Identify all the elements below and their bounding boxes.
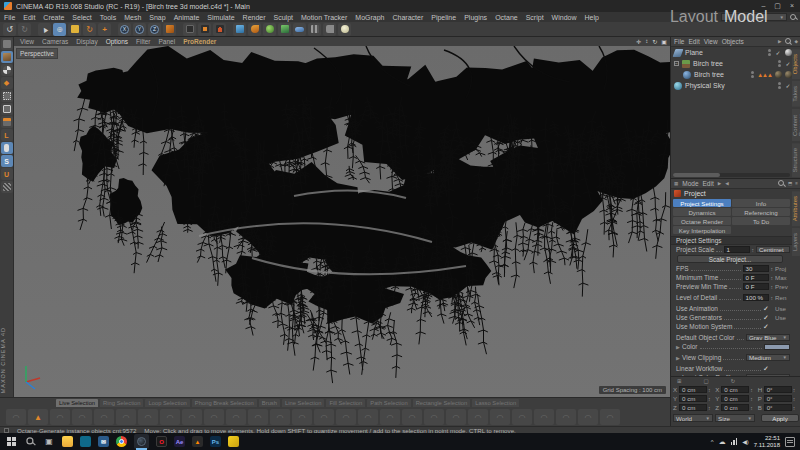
toggle-view-icon[interactable]: ▣ [661, 38, 667, 45]
mograph-button[interactable] [278, 23, 291, 36]
size-y-input[interactable]: 0 cm [721, 395, 749, 402]
model-mode-button[interactable] [1, 51, 13, 63]
palette-tab[interactable]: Live Selection [56, 399, 98, 407]
tool-icon[interactable]: ◠ [512, 409, 532, 425]
menu-item[interactable]: Help [581, 14, 603, 21]
close-button[interactable]: × [790, 2, 794, 10]
render-picture-viewer-button[interactable] [198, 23, 211, 36]
side-tab[interactable]: Content Browser [792, 109, 800, 141]
minimum-time-input[interactable]: 0 F [743, 274, 769, 281]
status-checkbox[interactable] [4, 428, 9, 433]
side-tab[interactable]: Objects [792, 49, 800, 79]
pos-z-input[interactable]: 0 cm [679, 404, 707, 411]
rot-b-input[interactable]: 0° [764, 404, 792, 411]
palette-tab[interactable]: Phong Break Selection [192, 399, 257, 407]
side-tab[interactable]: Attributes [792, 191, 800, 226]
edges-mode-button[interactable] [1, 103, 13, 115]
viewport-menu-item[interactable]: Panel [156, 38, 179, 45]
x-axis-lock-button[interactable]: X [118, 23, 131, 36]
tool-icon[interactable]: ◠ [6, 409, 26, 425]
menu-item[interactable]: Octane [491, 14, 522, 21]
spline-pen-button[interactable] [248, 23, 261, 36]
tool-icon[interactable]: ▲ [28, 409, 48, 425]
notification-center-icon[interactable] [785, 437, 795, 447]
visibility-toggles[interactable] [751, 71, 754, 78]
camera-button[interactable] [323, 23, 336, 36]
pinned-app-icon[interactable] [228, 436, 239, 447]
project-scale-unit-select[interactable]: Centimet [756, 246, 790, 253]
lock-icon[interactable]: ⬒ [788, 181, 792, 186]
viewport-menu-item[interactable]: Cameras [39, 38, 71, 45]
coord-size-mode-select[interactable]: Size▼ [715, 414, 755, 422]
tool-icon[interactable]: ◠ [204, 409, 224, 425]
points-mode-button[interactable] [1, 90, 13, 102]
cinema4d-taskbar-icon[interactable] [134, 434, 149, 449]
menu-item[interactable]: Mesh [120, 14, 145, 21]
enable-snap-button[interactable]: S [1, 155, 13, 167]
view-label[interactable]: Perspective [16, 48, 58, 59]
tool-icon[interactable]: ◠ [248, 409, 268, 425]
search-icon[interactable] [790, 14, 797, 21]
history-back-icon[interactable]: ◀ [725, 181, 728, 186]
maximize-button[interactable]: ▢ [774, 2, 781, 10]
om-menu-objects[interactable]: Objects [722, 38, 744, 45]
pan-view-icon[interactable]: ✛ [636, 38, 641, 45]
tool-icon[interactable]: ◠ [358, 409, 378, 425]
visibility-toggles[interactable] [778, 82, 781, 89]
search-icon[interactable] [778, 180, 785, 187]
live-selection-tool[interactable]: ▲ [38, 23, 51, 36]
opera-icon[interactable]: O [156, 436, 167, 447]
mail-icon[interactable]: ✉ [98, 436, 109, 447]
object-row-birch-tree-child[interactable]: Birch tree ▲▲▲ [671, 69, 792, 80]
store-icon[interactable] [80, 436, 91, 447]
tool-icon[interactable]: ◠ [490, 409, 510, 425]
move-tool[interactable]: ⊕ [53, 23, 66, 36]
texture-mode-button[interactable] [1, 64, 13, 76]
subdivision-surface-button[interactable] [263, 23, 276, 36]
menu-item[interactable]: Tools [96, 14, 120, 21]
render-settings-button[interactable] [213, 23, 226, 36]
scale-tool[interactable] [68, 23, 81, 36]
light-button[interactable] [338, 23, 351, 36]
palette-tab[interactable]: Loop Selection [145, 399, 189, 407]
project-scale-input[interactable]: 1 [724, 246, 750, 253]
object-row-physical-sky[interactable]: Physical Sky ✓ [671, 80, 792, 91]
level-of-detail-input[interactable]: 100 % [743, 294, 769, 301]
user-data-icon[interactable]: ▶ [718, 181, 721, 186]
side-tab[interactable]: Layers [792, 228, 800, 256]
network-icon[interactable] [731, 438, 738, 445]
color-swatch[interactable] [764, 344, 790, 350]
side-tab[interactable]: Structure [792, 143, 800, 177]
viewport-canvas[interactable]: Perspective Grid Spacing : 100 cm [14, 46, 670, 397]
enable-axis-button[interactable]: L [1, 129, 13, 141]
menu-item[interactable]: Character [389, 14, 428, 21]
tray-arrow-icon[interactable]: ^ [711, 439, 714, 445]
after-effects-icon[interactable]: Ae [174, 436, 185, 447]
default-object-color-select[interactable]: Gray Blue▼ [746, 334, 790, 341]
viewport-menu-item[interactable]: Filter [133, 38, 153, 45]
menu-item[interactable]: Motion Tracker [297, 14, 351, 21]
tool-icon[interactable]: ◠ [292, 409, 312, 425]
chrome-icon[interactable] [116, 436, 127, 447]
palette-tab[interactable]: Rectangle Selection [413, 399, 471, 407]
attribute-tab[interactable]: To Do [732, 217, 790, 225]
palette-tab[interactable]: Lasso Selection [472, 399, 519, 407]
tool-icon[interactable]: ◠ [556, 409, 576, 425]
tool-icon[interactable]: ◠ [402, 409, 422, 425]
rot-p-input[interactable]: 0° [764, 395, 792, 402]
am-menu-mode[interactable]: Mode [682, 180, 698, 187]
menu-item[interactable]: File [0, 14, 19, 21]
zoom-view-icon[interactable]: ↕ [645, 38, 648, 45]
magnet-icon[interactable]: U [1, 168, 13, 180]
taskbar-search-icon[interactable] [24, 436, 36, 448]
menu-item[interactable]: MoGraph [351, 14, 388, 21]
vlc-icon[interactable]: ▲ [192, 436, 203, 447]
photoshop-icon[interactable]: Ps [210, 436, 221, 447]
palette-tab[interactable]: Fill Selection [326, 399, 365, 407]
use-generators-checkbox[interactable]: ✓ [763, 314, 773, 322]
size-x-input[interactable]: 0 cm [721, 386, 749, 393]
tool-icon[interactable]: ◠ [138, 409, 158, 425]
apply-button[interactable]: Apply [761, 414, 799, 422]
undo-button[interactable]: ↺ [3, 23, 16, 36]
menu-item[interactable]: Create [39, 14, 68, 21]
